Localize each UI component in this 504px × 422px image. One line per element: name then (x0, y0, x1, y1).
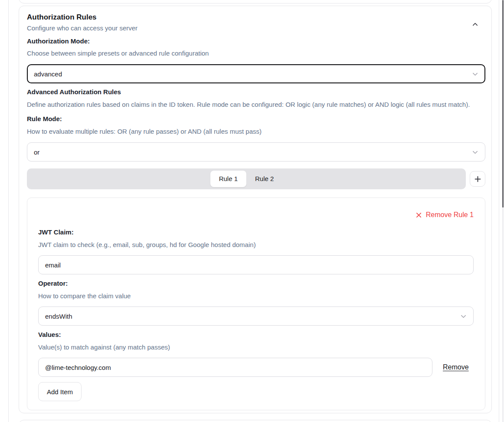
add-item-button[interactable]: Add Item (38, 382, 82, 401)
chevron-down-icon (472, 71, 478, 77)
x-icon (416, 212, 422, 218)
chevron-up-icon (472, 21, 478, 28)
authorization-rules-card: Authorization Rules Configure who can ac… (19, 6, 492, 413)
chevron-down-icon (472, 149, 478, 155)
operator-selected-value: endsWith (45, 313, 72, 320)
values-label: Values: (38, 330, 474, 340)
rule-editor-panel: Remove Rule 1 JWT Claim: JWT claim to ch… (27, 198, 485, 410)
rule-tabs-row: Rule 1 Rule 2 (27, 168, 485, 189)
next-section-card-edge (19, 420, 492, 422)
previous-section-card-edge (19, 0, 492, 3)
rule-mode-selected-value: or (34, 148, 39, 156)
remove-rule-label: Remove Rule 1 (426, 210, 474, 220)
value-item-row: Remove (38, 358, 474, 377)
rule-tabs-bar: Rule 1 Rule 2 (27, 168, 466, 189)
value-input[interactable] (38, 358, 432, 377)
page-edge-left (8, 0, 9, 422)
authorization-mode-selected-value: advanced (34, 70, 62, 78)
tab-rule-2[interactable]: Rule 2 (246, 171, 282, 187)
authorization-mode-description: Choose between simple presets or advance… (27, 49, 485, 58)
collapse-section-button[interactable] (469, 18, 481, 30)
authorization-mode-select[interactable]: advanced (27, 64, 485, 83)
card-title: Authorization Rules (27, 12, 137, 23)
card-subtitle: Configure who can access your server (27, 23, 137, 33)
remove-rule-button[interactable]: Remove Rule 1 (416, 210, 474, 220)
chevron-down-icon (460, 313, 467, 320)
operator-label: Operator: (38, 279, 474, 288)
jwt-claim-label: JWT Claim: (38, 227, 474, 237)
tab-rule-1[interactable]: Rule 1 (210, 171, 246, 187)
values-description: Value(s) to match against (any match pas… (38, 343, 474, 352)
authorization-mode-label: Authorization Mode: (27, 36, 485, 46)
rule-mode-label: Rule Mode: (27, 114, 485, 124)
operator-select[interactable]: endsWith (38, 307, 474, 326)
advanced-rules-description: Define authorization rules based on clai… (27, 100, 485, 109)
jwt-claim-description: JWT claim to check (e.g., email, sub, gr… (38, 240, 474, 250)
jwt-claim-input[interactable] (38, 255, 474, 274)
card-header: Authorization Rules Configure who can ac… (27, 12, 485, 33)
operator-description: How to compare the claim value (38, 291, 474, 301)
page-edge-right (499, 0, 499, 422)
advanced-rules-heading: Advanced Authorization Rules (27, 87, 485, 97)
remove-value-link[interactable]: Remove (443, 363, 469, 371)
scrollbar-thumb[interactable] (502, 0, 504, 208)
plus-icon (474, 175, 481, 183)
rule-mode-select[interactable]: or (27, 142, 485, 162)
rule-mode-description: How to evaluate multiple rules: OR (any … (27, 127, 485, 136)
add-rule-button[interactable] (470, 171, 485, 187)
